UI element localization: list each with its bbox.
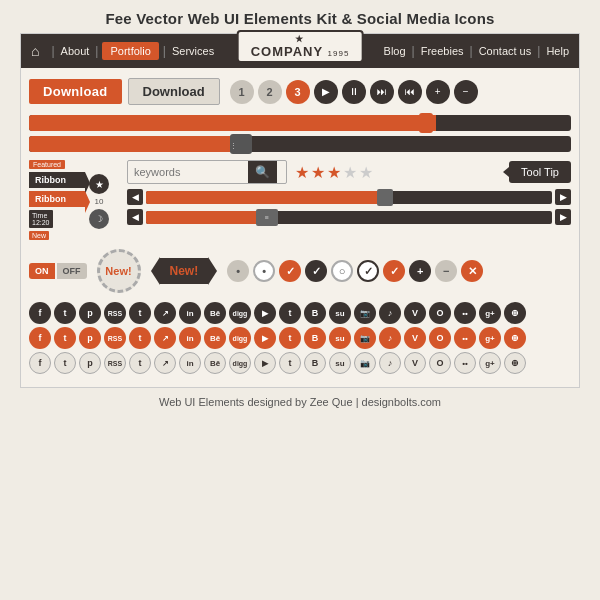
slider-left-btn-1[interactable]: ◀ <box>127 189 143 205</box>
social-su-orange[interactable]: su <box>329 327 351 349</box>
search-button[interactable]: 🔍 <box>248 161 277 183</box>
nav-help[interactable]: Help <box>544 45 571 57</box>
social-t2-white[interactable]: t <box>129 352 151 374</box>
social-rss-orange[interactable]: RSS <box>104 327 126 349</box>
social-gp-white[interactable]: g+ <box>479 352 501 374</box>
slider-right-btn-2[interactable]: ▶ <box>555 209 571 225</box>
social-tw-dark[interactable]: t <box>54 302 76 324</box>
page-1-button[interactable]: 1 <box>230 80 254 104</box>
check-filled-orange-2: ✓ <box>383 260 405 282</box>
social-tw-orange[interactable]: t <box>54 327 76 349</box>
small-track-1[interactable] <box>146 191 552 204</box>
social-ig-orange[interactable]: 📷 <box>354 327 376 349</box>
social-sc-white[interactable]: ♪ <box>379 352 401 374</box>
star-icon-btn[interactable]: ★ <box>89 174 109 194</box>
play-button[interactable]: ▶ <box>314 80 338 104</box>
social-cross-dark[interactable]: ⊕ <box>504 302 526 324</box>
social-fb-dark[interactable]: f <box>29 302 51 324</box>
social-bl-dark[interactable]: B <box>304 302 326 324</box>
nav-services[interactable]: Services <box>170 45 216 57</box>
social-o-orange[interactable]: O <box>429 327 451 349</box>
social-t3-orange[interactable]: t <box>279 327 301 349</box>
social-t2-dark[interactable]: t <box>129 302 151 324</box>
social-su-white[interactable]: su <box>329 352 351 374</box>
social-yt-orange[interactable]: ▶ <box>254 327 276 349</box>
slider-thumb-1[interactable] <box>419 113 433 133</box>
small-thumb-1[interactable] <box>377 189 393 206</box>
toggle-off[interactable]: OFF <box>57 263 87 279</box>
social-o-white[interactable]: O <box>429 352 451 374</box>
social-dot-dark[interactable]: •• <box>454 302 476 324</box>
pause-button[interactable]: ⏸ <box>342 80 366 104</box>
small-thumb-2[interactable]: ≡ <box>256 209 278 226</box>
nav-freebies[interactable]: Freebies <box>419 45 466 57</box>
social-v-white[interactable]: V <box>404 352 426 374</box>
nav-portfolio[interactable]: Portfolio <box>102 42 158 60</box>
social-sc-orange[interactable]: ♪ <box>379 327 401 349</box>
social-tw-white[interactable]: t <box>54 352 76 374</box>
slider-right-btn-1[interactable]: ▶ <box>555 189 571 205</box>
social-t3-white[interactable]: t <box>279 352 301 374</box>
social-digg-orange[interactable]: digg <box>229 327 251 349</box>
social-ig-white[interactable]: 📷 <box>354 352 376 374</box>
star-rating: ★ ★ ★ ★ ★ <box>295 163 373 182</box>
social-da-white[interactable]: ↗ <box>154 352 176 374</box>
social-in-white[interactable]: in <box>179 352 201 374</box>
social-t2-orange[interactable]: t <box>129 327 151 349</box>
social-bl-white[interactable]: B <box>304 352 326 374</box>
page-2-button[interactable]: 2 <box>258 80 282 104</box>
minus-button[interactable]: − <box>454 80 478 104</box>
social-fb-white[interactable]: f <box>29 352 51 374</box>
skip-back-button[interactable]: ⏮ <box>398 80 422 104</box>
social-in-dark[interactable]: in <box>179 302 201 324</box>
social-sc-dark[interactable]: ♪ <box>379 302 401 324</box>
social-v-dark[interactable]: V <box>404 302 426 324</box>
slider-1[interactable] <box>29 115 571 131</box>
social-v-orange[interactable]: V <box>404 327 426 349</box>
skip-forward-button[interactable]: ⏭ <box>370 80 394 104</box>
social-yt-dark[interactable]: ▶ <box>254 302 276 324</box>
toggle-switch[interactable]: ON OFF <box>29 263 87 279</box>
social-be-dark[interactable]: Bē <box>204 302 226 324</box>
social-fb-orange[interactable]: f <box>29 327 51 349</box>
download-button-gray[interactable]: Download <box>128 78 220 105</box>
social-rss-dark[interactable]: RSS <box>104 302 126 324</box>
search-box[interactable]: 🔍 <box>127 160 287 184</box>
social-dot-orange[interactable]: •• <box>454 327 476 349</box>
nav-about[interactable]: About <box>59 45 92 57</box>
social-in-orange[interactable]: in <box>179 327 201 349</box>
social-pin-white[interactable]: p <box>79 352 101 374</box>
slider-thumb-2[interactable]: ⋮ <box>230 134 252 154</box>
slider-2[interactable]: ⋮ <box>29 136 571 152</box>
social-gp-orange[interactable]: g+ <box>479 327 501 349</box>
social-pin-dark[interactable]: p <box>79 302 101 324</box>
plus-button[interactable]: + <box>426 80 450 104</box>
search-input[interactable] <box>128 162 248 182</box>
social-be-white[interactable]: Bē <box>204 352 226 374</box>
social-da-orange[interactable]: ↗ <box>154 327 176 349</box>
page-3-button[interactable]: 3 <box>286 80 310 104</box>
social-da-dark[interactable]: ↗ <box>154 302 176 324</box>
social-yt-white[interactable]: ▶ <box>254 352 276 374</box>
social-rss-white[interactable]: RSS <box>104 352 126 374</box>
download-button-orange[interactable]: Download <box>29 79 122 104</box>
social-t3-dark[interactable]: t <box>279 302 301 324</box>
social-digg-white[interactable]: digg <box>229 352 251 374</box>
slider-left-btn-2[interactable]: ◀ <box>127 209 143 225</box>
social-bl-orange[interactable]: B <box>304 327 326 349</box>
social-ig-dark[interactable]: 📷 <box>354 302 376 324</box>
social-gp-dark[interactable]: g+ <box>479 302 501 324</box>
social-o-dark[interactable]: O <box>429 302 451 324</box>
home-icon[interactable]: ⌂ <box>29 43 41 59</box>
social-be-orange[interactable]: Bē <box>204 327 226 349</box>
social-su-dark[interactable]: su <box>329 302 351 324</box>
social-cross-orange[interactable]: ⊕ <box>504 327 526 349</box>
social-digg-dark[interactable]: digg <box>229 302 251 324</box>
small-track-2[interactable]: ≡ <box>146 211 552 224</box>
social-dot-white[interactable]: •• <box>454 352 476 374</box>
social-pin-orange[interactable]: p <box>79 327 101 349</box>
social-cross-white[interactable]: ⊕ <box>504 352 526 374</box>
toggle-on[interactable]: ON <box>29 263 55 279</box>
nav-contact[interactable]: Contact us <box>477 45 534 57</box>
nav-blog[interactable]: Blog <box>382 45 408 57</box>
